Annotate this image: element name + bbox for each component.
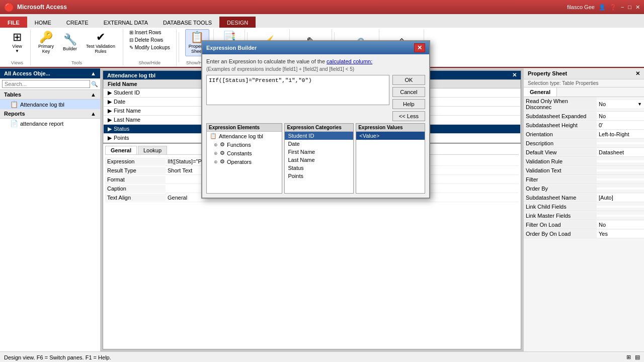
property-row: Read Only When DisconnecNo▼ <box>524 97 644 112</box>
expr-dialog-title-text: Expression Builder <box>206 45 257 51</box>
table-icon: 📋 <box>10 101 18 108</box>
expression-builder-dialog: Expression Builder ✕ Enter an Expression… <box>201 40 430 199</box>
report-icon: 📄 <box>10 120 18 127</box>
app-icon: 🔴 <box>4 3 14 12</box>
right-panel-header: Property Sheet ✕ <box>524 68 644 79</box>
expr-categories-header: Expression Categories <box>285 124 353 132</box>
nav-title: All Access Obje... <box>4 70 50 76</box>
expr-body: Enter an Expression to calculate the val… <box>202 54 429 198</box>
help-btn[interactable]: Help <box>392 99 425 109</box>
expr-values-header: Expression Values <box>356 124 425 132</box>
search-input[interactable] <box>2 80 90 88</box>
tab-general[interactable]: General <box>105 146 137 154</box>
primary-key-btn[interactable]: 🔑 PrimaryKey <box>35 29 57 56</box>
tbl-icon: 📋 <box>210 133 217 139</box>
expr-categories-panel: Expression Categories Student IDDateFirs… <box>284 123 354 194</box>
expr-category-item[interactable]: Student ID <box>285 132 353 140</box>
property-row: Subdatasheet ExpandedNo <box>524 112 644 121</box>
expr-elements-panel: Expression Elements 📋 Attendance log tbl… <box>206 123 282 194</box>
cancel-btn[interactable]: Cancel <box>392 87 425 97</box>
left-nav: All Access Obje... ▲ 🔍 Tables ▲ 📋 Attend… <box>0 68 101 351</box>
ok-btn[interactable]: OK <box>392 75 425 85</box>
reports-section-header[interactable]: Reports ▲ <box>0 109 100 119</box>
status-bar: Design view. F6 = Switch panes. F1 = Hel… <box>0 351 644 362</box>
expr-category-item[interactable]: Date <box>285 140 353 148</box>
separator-1 <box>179 32 179 62</box>
maximize-btn[interactable]: □ <box>628 4 631 10</box>
expr-item-tbl[interactable]: 📋 Attendance log tbl <box>207 132 282 140</box>
nav-collapse-icon[interactable]: ▲ <box>91 70 96 76</box>
expr-item-functions[interactable]: ⊕ ⚙ Functions <box>207 140 282 149</box>
tab-external[interactable]: EXTERNAL DATA <box>96 17 155 28</box>
right-panel-tabs: General <box>524 87 644 97</box>
less-btn[interactable]: << Less <box>392 111 425 121</box>
property-row: Filter On LoadNo <box>524 220 644 229</box>
expr-value-item[interactable]: <Value> <box>356 132 425 140</box>
title-bar: 🔴 Microsoft Access filasco Gee 👤 ❓ − □ ✕ <box>0 0 644 14</box>
constants-icon: ⚙ <box>220 150 225 156</box>
reports-expand-icon: ▲ <box>91 111 96 117</box>
status-text: Design view. F6 = Switch panes. F1 = Hel… <box>4 354 111 360</box>
view-btn[interactable]: ⊞ View ▼ <box>8 29 26 56</box>
title-bar-text: Microsoft Access <box>17 4 67 11</box>
property-row: Description <box>524 139 644 148</box>
tab-home[interactable]: HOME <box>27 17 59 28</box>
user-name: filasco Gee <box>567 4 595 10</box>
property-row: OrientationLeft-to-Right <box>524 130 644 139</box>
user-area: filasco Gee 👤 ❓ − □ ✕ <box>563 0 644 14</box>
tab-file[interactable]: FILE <box>0 17 27 28</box>
tables-section-header[interactable]: Tables ▲ <box>0 90 100 100</box>
design-view-icon[interactable]: ⊞ <box>626 354 631 360</box>
tables-expand-icon: ▲ <box>91 92 96 98</box>
help-icon[interactable]: ❓ <box>610 4 617 11</box>
datasheet-icon[interactable]: ▤ <box>635 354 640 360</box>
nav-item-attendance-report[interactable]: 📄 attendance report <box>0 119 100 128</box>
right-panel-close-btn[interactable]: ✕ <box>635 70 640 77</box>
expr-input[interactable] <box>206 75 389 105</box>
user-icon: 👤 <box>599 4 606 11</box>
insert-rows-btn[interactable]: ⊞ Insert Rows <box>127 29 172 36</box>
ribbon-tabs: FILE HOME CREATE EXTERNAL DATA DATABASE … <box>0 14 644 28</box>
tab-lookup[interactable]: Lookup <box>138 146 167 154</box>
expr-category-item[interactable]: First Name <box>285 148 353 156</box>
expr-values-panel: Expression Values <Value> <box>356 123 425 194</box>
expr-sections: Expression Elements 📋 Attendance log tbl… <box>206 123 425 194</box>
nav-item-attendance-tbl[interactable]: 📋 Attendance log tbl <box>0 100 100 109</box>
dropdown-icon[interactable]: ▼ <box>637 102 642 107</box>
ribbon-group-tools: 🔑 PrimaryKey 🔧 Builder ✔ Test Validation… <box>31 29 123 65</box>
modify-lookups-btn[interactable]: ✎ Modify Lookups <box>127 44 172 51</box>
minimize-btn[interactable]: − <box>621 4 624 10</box>
builder-btn[interactable]: 🔧 Builder <box>59 32 80 54</box>
property-row: Validation Rule <box>524 157 644 166</box>
functions-icon: ⚙ <box>220 141 225 148</box>
expr-hint: (Examples of expressions include [field1… <box>206 66 425 72</box>
expr-category-item[interactable]: Points <box>285 172 353 180</box>
test-icon: ✔ <box>96 32 105 43</box>
expand-operators-icon: ⊕ <box>214 159 218 164</box>
ribbon-group-showhide: ⊞ Insert Rows ⊟ Delete Rows ✎ Modify Loo… <box>123 29 177 65</box>
tab-design[interactable]: DESIGN <box>219 17 256 28</box>
expr-category-item[interactable]: Status <box>285 164 353 172</box>
expr-link[interactable]: calculated column: <box>327 58 372 64</box>
expr-item-operators[interactable]: ⊕ ⚙ Operators <box>207 157 282 166</box>
nav-search: 🔍 <box>0 78 100 90</box>
test-validation-btn[interactable]: ✔ Test ValidationRules <box>83 29 119 56</box>
doc-close-btn[interactable]: ✕ <box>512 72 517 78</box>
expr-category-item[interactable]: Last Name <box>285 156 353 164</box>
tab-dbtools[interactable]: DATABASE TOOLS <box>155 17 219 28</box>
property-row: Subdatasheet Height0' <box>524 121 644 130</box>
tab-create[interactable]: CREATE <box>59 17 96 28</box>
expand-functions-icon: ⊕ <box>214 142 218 147</box>
search-icon[interactable]: 🔍 <box>91 81 98 87</box>
close-btn[interactable]: ✕ <box>635 4 640 11</box>
delete-rows-btn[interactable]: ⊟ Delete Rows <box>127 37 172 43</box>
expr-item-constants[interactable]: ⊕ ⚙ Constants <box>207 149 282 157</box>
expr-dialog-title: Expression Builder ✕ <box>202 41 429 54</box>
property-row: Link Master Fields <box>524 211 644 220</box>
right-panel-tab-general[interactable]: General <box>524 87 557 97</box>
property-row: Default ViewDatasheet <box>524 148 644 157</box>
expr-dialog-close-btn[interactable]: ✕ <box>414 43 425 52</box>
right-panel-sub: Selection type: Table Properties <box>524 79 644 87</box>
key-icon: 🔑 <box>39 32 53 43</box>
property-row: Validation Text <box>524 166 644 175</box>
